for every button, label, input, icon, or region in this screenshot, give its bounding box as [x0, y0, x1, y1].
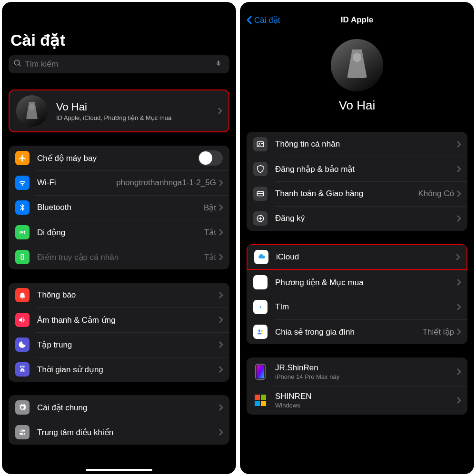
general-group: Cài đặt chung Trung tâm điều khiển	[9, 395, 229, 445]
chevron-right-icon	[457, 141, 461, 148]
apple-id-row[interactable]: Vo Hai ID Apple, iCloud, Phương tiện & M…	[9, 89, 229, 132]
svg-rect-21	[261, 401, 266, 406]
svg-rect-0	[20, 430, 25, 432]
wifi-row[interactable]: Wi-Fi phongtrothanhnga1-1-2_5G	[9, 170, 229, 195]
sounds-row[interactable]: Âm thanh & Cảm ứng	[9, 307, 229, 332]
user-name: Vo Hai	[247, 98, 467, 113]
bluetooth-icon	[15, 200, 30, 215]
user-name: Vo Hai	[56, 101, 218, 113]
airplane-toggle[interactable]	[198, 150, 223, 166]
shield-icon	[253, 162, 268, 176]
subscriptions-row[interactable]: Đăng ký	[247, 206, 467, 231]
chevron-right-icon	[457, 304, 461, 310]
chevron-right-icon	[457, 166, 461, 172]
notifications-row[interactable]: Thông báo	[9, 283, 229, 307]
signin-security-row[interactable]: Đăng nhập & bảo mật	[247, 157, 467, 181]
chevron-right-icon	[219, 204, 223, 211]
devices-section: JR.ShinRen iPhone 14 Pro Max này SHINREN…	[247, 357, 467, 415]
device-row[interactable]: JR.ShinRen iPhone 14 Pro Max này	[247, 357, 467, 386]
user-subtitle: ID Apple, iCloud, Phương tiện & Mục mua	[56, 114, 218, 121]
icloud-label: iCloud	[276, 252, 456, 262]
plus-circle-icon	[253, 211, 268, 226]
mic-icon[interactable]	[215, 59, 225, 69]
speaker-icon	[15, 313, 30, 327]
find-label: Tìm	[275, 302, 457, 312]
chevron-right-icon	[219, 317, 223, 323]
media-label: Phương tiện & Mục mua	[275, 278, 457, 288]
device-sub: Windows	[275, 402, 457, 409]
chevron-right-icon	[457, 368, 461, 375]
chevron-right-icon	[457, 279, 461, 286]
gear-icon	[15, 400, 30, 415]
icloud-row[interactable]: iCloud	[247, 244, 467, 270]
hotspot-label: Điểm truy cập cá nhân	[37, 252, 204, 262]
svg-point-2	[20, 430, 21, 431]
media-purchases-row[interactable]: Phương tiện & Mục mua	[247, 270, 467, 295]
sounds-label: Âm thanh & Cảm ứng	[37, 315, 219, 325]
payment-value: Không Có	[418, 189, 454, 198]
avatar-large[interactable]	[331, 39, 383, 91]
control-center-row[interactable]: Trung tâm điều khiển	[9, 420, 229, 445]
find-my-row[interactable]: Tìm	[247, 295, 467, 319]
nav-bar: Cài đặt ID Apple	[247, 7, 467, 29]
iphone-icon	[253, 362, 268, 381]
chevron-right-icon	[457, 215, 461, 222]
subscriptions-label: Đăng ký	[275, 214, 457, 223]
svg-rect-18	[255, 395, 260, 400]
airplane-row[interactable]: Chế độ máy bay	[9, 146, 229, 170]
search-field[interactable]	[25, 60, 215, 69]
airplane-label: Chế độ máy bay	[37, 153, 198, 163]
cellular-label: Di động	[37, 228, 204, 238]
screentime-row[interactable]: Thời gian sử dụng	[9, 357, 229, 382]
notifications-group: Thông báo Âm thanh & Cảm ứng Tập trung T…	[9, 283, 229, 382]
screentime-label: Thời gian sử dụng	[37, 365, 219, 375]
payment-label: Thanh toán & Giao hàng	[275, 189, 418, 198]
chevron-right-icon	[218, 108, 222, 114]
chevron-right-icon	[219, 404, 223, 411]
search-input[interactable]	[9, 55, 229, 73]
svg-rect-9	[257, 193, 264, 194]
home-indicator[interactable]	[86, 469, 152, 471]
svg-rect-20	[255, 401, 260, 406]
settings-screen: Cài đặt Vo Hai ID Apple, iCloud, Phương …	[2, 2, 236, 474]
general-row[interactable]: Cài đặt chung	[9, 395, 229, 420]
wifi-icon	[15, 176, 30, 190]
device-name: JR.ShinRen	[275, 363, 457, 373]
account-section: Thông tin cá nhân Đăng nhập & bảo mật Th…	[247, 132, 467, 231]
notifications-label: Thông báo	[37, 290, 219, 300]
personal-info-row[interactable]: Thông tin cá nhân	[247, 132, 467, 157]
control-label: Trung tâm điều khiển	[37, 427, 219, 437]
search-icon	[13, 59, 25, 69]
focus-row[interactable]: Tập trung	[9, 332, 229, 357]
device-row[interactable]: SHINREN Windows	[247, 386, 467, 415]
svg-point-13	[260, 307, 261, 308]
chevron-right-icon	[219, 292, 223, 298]
chevron-right-icon	[219, 229, 223, 236]
chevron-right-icon	[456, 254, 460, 260]
personal-info-label: Thông tin cá nhân	[275, 139, 457, 149]
svg-rect-1	[20, 433, 25, 435]
chevron-right-icon	[457, 397, 461, 404]
focus-label: Tập trung	[37, 340, 219, 350]
bluetooth-row[interactable]: Bluetooth Bật	[9, 195, 229, 220]
chevron-right-icon	[219, 179, 223, 186]
services-section: iCloud Phương tiện & Mục mua Tìm Chia sẻ…	[247, 244, 467, 344]
payment-row[interactable]: Thanh toán & Giao hàng Không Có	[247, 181, 467, 206]
svg-point-5	[258, 143, 260, 145]
moon-icon	[15, 337, 30, 352]
chevron-right-icon	[457, 190, 461, 197]
cellular-row[interactable]: Di động Tắt	[9, 220, 229, 245]
back-button[interactable]: Cài đặt	[247, 15, 280, 25]
back-label: Cài đặt	[254, 15, 280, 25]
family-label: Chia sẻ trong gia đình	[275, 327, 423, 337]
cloud-icon	[254, 250, 268, 264]
svg-point-3	[23, 433, 24, 434]
card-icon	[253, 187, 268, 201]
page-title: Cài đặt	[10, 30, 229, 50]
family-sharing-row[interactable]: Chia sẻ trong gia đình Thiết lập	[247, 319, 467, 344]
hourglass-icon	[15, 362, 30, 377]
switches-icon	[15, 425, 30, 439]
hotspot-row[interactable]: Điểm truy cập cá nhân Tắt	[9, 245, 229, 269]
general-label: Cài đặt chung	[37, 403, 219, 413]
bluetooth-label: Bluetooth	[37, 203, 204, 212]
